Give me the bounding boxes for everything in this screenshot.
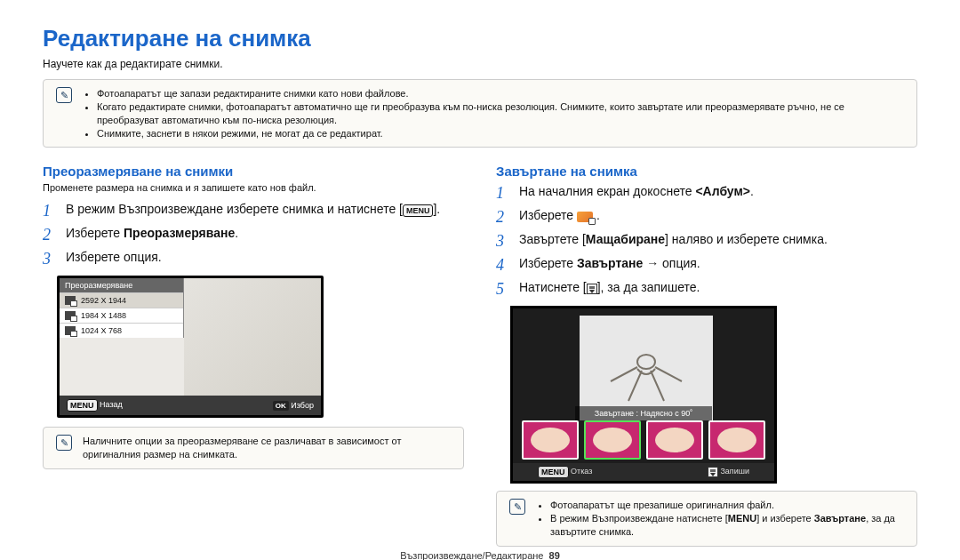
- resize-menu-header: Преоразмеряване: [60, 278, 183, 292]
- step-number: 1: [43, 202, 57, 220]
- rotate-step-1: На началния екран докоснете <Албум>.: [519, 184, 754, 198]
- rotate-note-item: В режим Възпроизвеждане натиснете [MENU]…: [550, 512, 906, 539]
- resize-footnote: ✎ Наличните опции за преоразмеряване се …: [43, 427, 464, 469]
- top-note-box: ✎ Фотоапаратът ще запази редактираните с…: [43, 79, 917, 148]
- step-number: 3: [496, 232, 510, 251]
- svg-point-0: [637, 355, 655, 369]
- top-note-item: Снимките, заснети в някои режими, не мог…: [97, 127, 906, 140]
- note-icon: ✎: [56, 87, 72, 103]
- save-icon: [587, 284, 597, 294]
- step-number: 5: [496, 280, 510, 299]
- rotate-preview: [580, 316, 713, 420]
- step-number: 3: [43, 250, 57, 268]
- size-icon: [65, 296, 76, 305]
- rotate-step-4: Изберете Завъртане → опция.: [519, 256, 700, 270]
- page-subtitle: Научете как да редактирате снимки.: [43, 58, 917, 70]
- resize-option[interactable]: 1024 X 768: [60, 323, 183, 338]
- top-note-item: Когато редактирате снимки, фотоапаратът …: [97, 100, 906, 127]
- rotate-step-5: Натиснете [], за да запишете.: [519, 280, 700, 294]
- rotate-step-2: Изберете .: [519, 208, 600, 222]
- rotate-overlay-label: Завъртане : Надясно с 90˚: [575, 406, 712, 420]
- resize-option[interactable]: 2592 X 1944: [60, 292, 183, 308]
- note-icon: ✎: [56, 435, 72, 451]
- thumbnail[interactable]: [584, 420, 641, 460]
- rotate-camera-screenshot: Завъртане : Надясно с 90˚ MENU Отказ Зап…: [510, 306, 777, 484]
- resize-camera-screenshot: Преоразмеряване 2592 X 1944 1984 X 1488 …: [57, 276, 324, 418]
- menu-icon: MENU: [403, 204, 434, 217]
- rotate-heading: Завъртане на снимка: [496, 164, 917, 179]
- rotate-step-3: Завъртете [Мащабиране] наляво и изберете…: [519, 232, 828, 246]
- back-button[interactable]: MENU Назад: [67, 399, 123, 412]
- rotate-footnote: ✎ Фотоапаратът ще презапише оригиналния …: [496, 491, 917, 547]
- save-button[interactable]: Запиши: [708, 467, 749, 477]
- thumbnail[interactable]: [646, 420, 703, 460]
- rotate-thumbnails: [522, 420, 765, 460]
- edit-icon: [577, 212, 593, 222]
- resize-desc: Променете размера на снимка и я запишете…: [43, 182, 464, 193]
- thumbnail[interactable]: [708, 420, 765, 460]
- page-title: Редактиране на снимка: [43, 25, 917, 52]
- page-footer: Възпроизвеждане/Редактиране 89: [43, 550, 917, 560]
- step-number: 2: [43, 226, 57, 244]
- select-button[interactable]: OK Избор: [273, 401, 314, 411]
- resize-step-3: Изберете опция.: [66, 250, 162, 264]
- size-icon: [65, 311, 76, 320]
- resize-step-1: В режим Възпроизвеждане изберете снимка …: [66, 202, 440, 216]
- step-number: 4: [496, 256, 510, 275]
- step-number: 1: [496, 184, 510, 203]
- resize-step-2: Изберете Преоразмеряване.: [66, 226, 238, 240]
- size-icon: [65, 326, 76, 335]
- thumbnail[interactable]: [522, 420, 579, 460]
- top-note-item: Фотоапаратът ще запази редактираните сни…: [97, 87, 906, 100]
- resize-heading: Преоразмеряване на снимки: [43, 164, 464, 179]
- note-icon: ✎: [509, 499, 525, 515]
- rotate-note-item: Фотоапаратът ще презапише оригиналния фа…: [550, 499, 906, 512]
- step-number: 2: [496, 208, 510, 227]
- cancel-button[interactable]: MENU Отказ: [538, 466, 592, 478]
- resize-option[interactable]: 1984 X 1488: [60, 308, 183, 323]
